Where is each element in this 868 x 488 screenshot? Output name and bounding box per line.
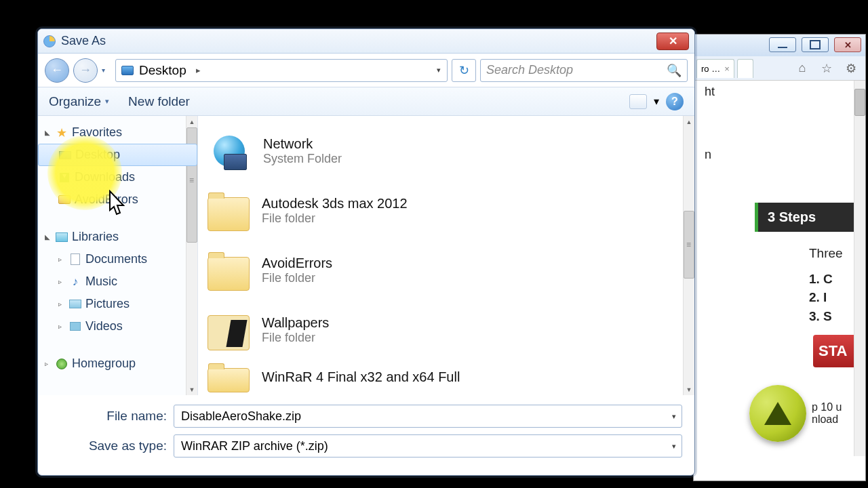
expander-icon[interactable]: ▹	[58, 300, 65, 308]
tab-close-icon[interactable]: ×	[724, 64, 730, 74]
item-name: WinRaR 4 Final x32 and x64 Full	[262, 369, 460, 385]
filename-row: File name: DisableAeroShake.zip ▾	[72, 405, 682, 428]
browser-tabbar: ro … × ⌂ ☆ ⚙	[694, 56, 865, 81]
warning-text: p 10 u nload	[812, 401, 842, 426]
tree-item-avoiderrors[interactable]: AvoidErrors	[38, 188, 197, 211]
tree-item-label: Pictures	[85, 297, 130, 311]
chevron-down-icon: ▾	[105, 97, 109, 106]
tree-item-downloads[interactable]: Downloads	[38, 166, 197, 188]
dialog-titlebar: Save As ✕	[38, 29, 694, 54]
filetype-label: Save as type:	[72, 439, 167, 453]
tree-item-videos[interactable]: ▹ Videos	[38, 315, 197, 338]
page-text-snippet: n	[705, 148, 865, 162]
scrollbar-thumb[interactable]	[854, 89, 865, 116]
filetype-row: Save as type: WinRAR ZIP archive (*.zip)…	[72, 434, 682, 458]
nav-back-button[interactable]: ←	[45, 58, 69, 83]
browser-tab[interactable]: ro … ×	[696, 59, 734, 78]
new-folder-label: New folder	[128, 94, 190, 109]
folder-icon	[208, 197, 250, 231]
expander-icon[interactable]: ▹	[58, 278, 65, 285]
list-scrollbar[interactable]: ▲ ▼	[683, 116, 694, 395]
folder-icon	[58, 195, 71, 204]
tree-item-homegroup[interactable]: ▹ Homegroup	[38, 352, 197, 375]
tree-item-pictures[interactable]: ▹ Pictures	[38, 293, 197, 315]
back-icon: ←	[51, 63, 63, 77]
list-item[interactable]: AvoidErrors File folder	[208, 241, 692, 300]
item-type: System Folder	[263, 152, 342, 166]
dropdown-icon[interactable]: ▾	[672, 442, 676, 451]
list-item[interactable]: WinRaR 4 Final x32 and x64 Full	[208, 360, 692, 394]
organize-button[interactable]: Organize ▾	[49, 94, 109, 109]
tree-group-homegroup: ▹ Homegroup	[38, 352, 197, 375]
chevron-right-icon[interactable]: ▸	[196, 65, 201, 75]
filename-value: DisableAeroShake.zip	[181, 409, 301, 424]
scroll-down-icon[interactable]: ▼	[186, 384, 197, 395]
expander-icon[interactable]: ◣	[45, 233, 52, 241]
favorites-icon[interactable]: ☆	[819, 61, 834, 76]
address-dropdown-icon[interactable]: ▾	[433, 66, 444, 75]
new-tab-button[interactable]	[737, 59, 753, 78]
minimize-button[interactable]	[769, 37, 796, 52]
expander-icon[interactable]: ▹	[58, 256, 65, 263]
warning-icon	[749, 385, 806, 442]
list-item[interactable]: Wallpapers File folder	[208, 300, 692, 360]
scroll-up-icon[interactable]: ▲	[684, 116, 694, 127]
address-bar[interactable]: Desktop ▸ ▾	[115, 59, 448, 82]
list-item[interactable]: Network System Folder	[208, 121, 692, 181]
tree-item-label: Music	[85, 274, 117, 289]
expander-icon[interactable]: ▹	[45, 360, 52, 367]
refresh-button[interactable]: ↻	[452, 59, 476, 82]
tab-label: ro …	[701, 64, 720, 74]
new-folder-button[interactable]: New folder	[128, 94, 190, 109]
search-icon: 🔍	[667, 63, 682, 78]
filename-input[interactable]: DisableAeroShake.zip ▾	[174, 405, 682, 428]
item-name: Network	[263, 136, 342, 152]
download-icon	[60, 173, 69, 182]
search-input[interactable]: Search Desktop 🔍	[480, 59, 688, 82]
browser-content: ht n 3 Steps Three 1. C 2. I 3. S STA p …	[694, 81, 865, 456]
view-mode-icon[interactable]	[629, 94, 647, 109]
tree-item-label: Downloads	[75, 170, 135, 184]
homegroup-icon	[56, 359, 67, 369]
tree-item-documents[interactable]: ▹ Documents	[38, 248, 197, 270]
tree-header-favorites[interactable]: ◣ ★ Favorites	[38, 121, 197, 144]
dialog-close-button[interactable]: ✕	[656, 33, 689, 50]
document-icon	[71, 253, 80, 265]
save-as-dialog: Save As ✕ ← → ▾ Desktop ▸ ▾ ↻ Search Des…	[37, 28, 695, 476]
scrollbar-thumb[interactable]	[684, 211, 694, 279]
tree-label: Homegroup	[72, 357, 136, 371]
help-button[interactable]: ?	[666, 93, 684, 110]
libraries-icon	[56, 232, 68, 242]
expander-icon[interactable]: ▹	[58, 323, 65, 330]
filename-label: File name:	[72, 409, 167, 424]
page-text-snippet: ht	[705, 85, 865, 99]
expander-icon[interactable]: ◣	[45, 129, 52, 136]
tree-item-desktop[interactable]: Desktop	[38, 144, 197, 166]
home-icon[interactable]: ⌂	[795, 61, 810, 76]
forward-icon: →	[79, 63, 92, 77]
tree-item-music[interactable]: ▹ ♪ Music	[38, 270, 197, 293]
network-icon	[208, 129, 251, 173]
tree-group-libraries: ◣ Libraries ▹ Documents ▹ ♪ Music ▹	[38, 226, 197, 338]
pictures-icon	[69, 300, 81, 308]
nav-forward-button[interactable]: →	[73, 58, 98, 83]
chevron-down-icon[interactable]: ▾	[654, 95, 659, 108]
browser-titlebar	[694, 35, 865, 56]
item-type: File folder	[262, 211, 408, 226]
sidebar-card: 3 Steps Three 1. C 2. I 3. S STA	[755, 203, 865, 367]
dropdown-icon[interactable]: ▾	[672, 412, 676, 421]
filetype-select[interactable]: WinRAR ZIP archive (*.zip) ▾	[174, 434, 682, 458]
tree-item-label: Videos	[85, 319, 123, 333]
tree-header-libraries[interactable]: ◣ Libraries	[38, 226, 197, 248]
window-close-button[interactable]	[834, 37, 861, 52]
folder-icon	[208, 257, 250, 291]
nav-history-dropdown[interactable]: ▾	[102, 66, 111, 74]
organize-label: Organize	[49, 94, 101, 109]
maximize-button[interactable]	[802, 37, 829, 52]
refresh-icon: ↻	[459, 63, 469, 78]
list-item[interactable]: Autodesk 3ds max 2012 File folder	[208, 181, 692, 241]
tree-item-label: Desktop	[75, 148, 120, 162]
settings-icon[interactable]: ⚙	[844, 61, 859, 76]
filetype-value: WinRAR ZIP archive (*.zip)	[181, 439, 328, 453]
scroll-down-icon[interactable]: ▼	[684, 384, 694, 395]
